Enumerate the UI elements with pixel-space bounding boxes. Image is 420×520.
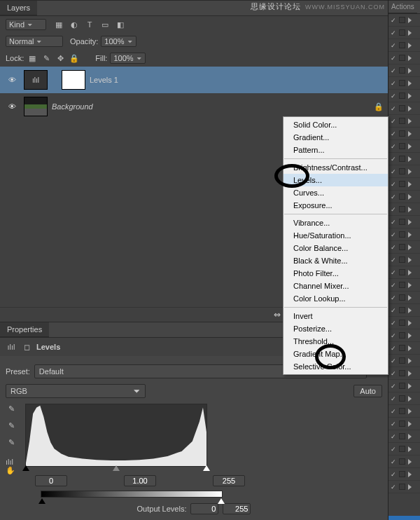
input-mid[interactable] — [124, 475, 156, 486]
context-menu-item[interactable]: Brightness/Contrast... — [284, 161, 388, 174]
action-row[interactable]: ✓ — [388, 367, 420, 380]
check-icon[interactable]: ✓ — [391, 269, 398, 276]
context-menu-item[interactable]: Gradient... — [284, 131, 388, 144]
check-icon[interactable]: ✓ — [391, 408, 398, 415]
disclosure-triangle-icon[interactable] — [408, 68, 412, 74]
disclosure-triangle-icon[interactable] — [408, 93, 412, 99]
output-white[interactable] — [223, 503, 251, 514]
lock-move-icon[interactable]: ✥ — [55, 53, 66, 63]
output-black[interactable] — [190, 503, 218, 514]
check-icon[interactable]: ✓ — [391, 294, 398, 301]
blend-mode-select[interactable]: Normal⏷ — [6, 36, 63, 47]
lock-paint-icon[interactable]: ✎ — [41, 53, 52, 63]
action-row[interactable]: ✓ — [388, 266, 420, 279]
check-icon[interactable]: ✓ — [391, 420, 398, 427]
eyedrop-white-icon[interactable]: ✎ — [6, 437, 17, 447]
black-point-slider[interactable] — [22, 465, 29, 471]
action-row[interactable]: ✓ — [388, 392, 420, 405]
context-menu-item[interactable]: Hue/Saturation... — [284, 229, 388, 242]
check-icon[interactable]: ✓ — [391, 320, 398, 327]
action-row[interactable]: ✓ — [388, 216, 420, 228]
context-menu-item[interactable]: Selective Color... — [284, 360, 388, 373]
action-row[interactable]: ✓ — [388, 329, 420, 342]
disclosure-triangle-icon[interactable] — [408, 282, 412, 288]
layer-name[interactable]: Levels 1 — [90, 76, 384, 84]
action-row[interactable]: ✓ — [388, 468, 420, 481]
disclosure-triangle-icon[interactable] — [408, 245, 412, 250]
action-row[interactable]: ✓ — [388, 304, 420, 317]
check-icon[interactable]: ✓ — [391, 433, 398, 440]
check-icon[interactable]: ✓ — [391, 395, 398, 402]
disclosure-triangle-icon[interactable] — [408, 106, 412, 111]
check-icon[interactable]: ✓ — [391, 17, 398, 24]
filter-kind-select[interactable]: Kind⏷ — [6, 19, 46, 30]
context-menu-item[interactable]: Photo Filter... — [284, 267, 388, 280]
tab-properties[interactable]: Properties — [0, 322, 49, 337]
disclosure-triangle-icon[interactable] — [408, 358, 412, 364]
action-row[interactable]: ✓ — [388, 418, 420, 430]
layer-name[interactable]: Background — [52, 102, 370, 111]
link-layers-icon[interactable]: ⇔ — [272, 310, 283, 320]
check-icon[interactable]: ✓ — [391, 345, 398, 352]
eyedrop-black-icon[interactable]: ✎ — [6, 404, 17, 413]
action-row[interactable]: ✓ — [388, 128, 420, 140]
tab-actions[interactable]: Actions — [388, 1, 417, 13]
action-row[interactable]: ✓ — [388, 14, 420, 27]
check-icon[interactable]: ✓ — [391, 307, 398, 314]
filter-type-icon[interactable]: T — [84, 20, 95, 29]
tab-layers[interactable]: Layers — [0, 1, 37, 15]
check-icon[interactable]: ✓ — [391, 80, 398, 87]
check-icon[interactable]: ✓ — [391, 168, 398, 175]
check-icon[interactable]: ✓ — [391, 55, 398, 62]
mask-toggle-icon[interactable]: ◻ — [21, 342, 32, 352]
disclosure-triangle-icon[interactable] — [408, 18, 412, 23]
disclosure-triangle-icon[interactable] — [408, 409, 412, 414]
context-menu-item[interactable]: Threshold... — [284, 335, 388, 348]
disclosure-triangle-icon[interactable] — [408, 459, 412, 465]
lock-transparent-icon[interactable]: ▦ — [27, 53, 38, 63]
disclosure-triangle-icon[interactable] — [408, 156, 412, 162]
action-row[interactable]: ✓ — [388, 39, 420, 52]
check-icon[interactable]: ✓ — [391, 458, 398, 465]
check-icon[interactable]: ✓ — [391, 357, 398, 364]
check-icon[interactable]: ✓ — [391, 370, 398, 377]
disclosure-triangle-icon[interactable] — [408, 320, 412, 326]
context-menu-item[interactable]: Solid Color... — [284, 118, 388, 131]
disclosure-triangle-icon[interactable] — [408, 30, 412, 36]
action-row[interactable]: ✓ — [388, 115, 420, 128]
opacity-input[interactable]: 100%⏷ — [101, 36, 136, 47]
adjustment-thumb[interactable]: ılıl — [24, 70, 48, 90]
context-menu-item[interactable]: Levels... — [284, 174, 388, 186]
output-black-slider[interactable] — [38, 498, 46, 504]
mask-thumb[interactable] — [62, 70, 85, 90]
check-icon[interactable]: ✓ — [391, 383, 398, 390]
action-row[interactable]: ✓ — [388, 430, 420, 443]
check-icon[interactable]: ✓ — [391, 105, 398, 112]
context-menu-item[interactable]: Exposure... — [284, 199, 388, 212]
action-row[interactable]: ✓ — [388, 481, 420, 493]
action-row[interactable]: ✓ — [388, 102, 420, 115]
check-icon[interactable]: ✓ — [391, 282, 398, 289]
check-icon[interactable]: ✓ — [391, 118, 398, 125]
check-icon[interactable]: ✓ — [391, 156, 398, 163]
action-row[interactable]: ✓ — [388, 203, 420, 216]
check-icon[interactable]: ✓ — [391, 130, 398, 137]
action-row[interactable]: ✓ — [388, 443, 420, 456]
channel-select[interactable]: RGB⏷ — [6, 384, 146, 398]
context-menu-item[interactable]: Channel Mixer... — [284, 280, 388, 292]
context-menu-item[interactable]: Curves... — [284, 186, 388, 199]
disclosure-triangle-icon[interactable] — [408, 55, 412, 61]
action-row[interactable]: ✓ — [388, 380, 420, 392]
check-icon[interactable]: ✓ — [391, 332, 398, 339]
disclosure-triangle-icon[interactable] — [408, 118, 412, 124]
disclosure-triangle-icon[interactable] — [408, 396, 412, 402]
context-menu-item[interactable]: Gradient Map... — [284, 348, 388, 360]
context-menu-item[interactable]: Vibrance... — [284, 217, 388, 229]
disclosure-triangle-icon[interactable] — [408, 207, 412, 212]
check-icon[interactable]: ✓ — [391, 93, 398, 100]
visibility-eye-icon[interactable]: 👁 — [4, 102, 20, 111]
filter-adjust-icon[interactable]: ◐ — [69, 20, 80, 29]
context-menu-item[interactable]: Color Balance... — [284, 242, 388, 254]
input-white[interactable] — [213, 475, 245, 486]
hand-sample-icon[interactable]: ılıl✋ — [6, 461, 17, 471]
